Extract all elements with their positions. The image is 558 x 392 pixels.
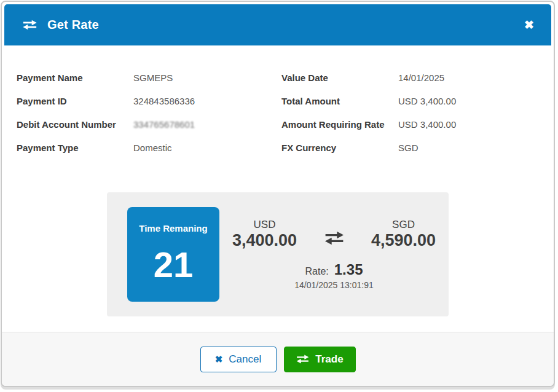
detail-row-debit-account-number: Debit Account Number 334765678601 <box>17 119 274 131</box>
from-amount-block: USD 3,400.00 <box>231 219 299 250</box>
screen: Get Rate ✖ Payment Name SGMEPS Payment I… <box>0 0 558 392</box>
rate-label: Rate: <box>305 266 329 277</box>
trade-button-label: Trade <box>315 353 343 366</box>
detail-row-value-date: Value Date 14/01/2025 <box>281 72 539 84</box>
field-label: Total Amount <box>281 95 398 108</box>
field-label: FX Currency <box>281 142 398 154</box>
field-label: Amount Requiring Rate <box>281 119 398 131</box>
time-remaining-countdown: 21 <box>154 247 194 283</box>
modal-title: Get Rate <box>47 18 99 32</box>
field-label: Debit Account Number <box>17 119 133 131</box>
field-label: Value Date <box>281 72 398 84</box>
cancel-button-label: Cancel <box>229 353 261 366</box>
field-label: Payment Name <box>17 72 133 84</box>
modal-footer: ✖ Cancel Trade <box>2 332 554 386</box>
rate-row: Rate: 1.35 <box>305 261 363 278</box>
time-remaining-tile: Time Remaning 21 <box>127 207 219 302</box>
from-currency-label: USD <box>231 219 299 231</box>
cancel-button[interactable]: ✖ Cancel <box>200 347 277 372</box>
field-value: USD 3,400.00 <box>398 95 456 108</box>
field-value: SGD <box>398 142 418 154</box>
detail-row-total-amount: Total Amount USD 3,400.00 <box>281 95 539 108</box>
to-amount-block: SGD 4,590.00 <box>370 219 438 250</box>
field-value: Domestic <box>133 142 172 154</box>
from-amount-value: 3,400.00 <box>231 231 299 250</box>
field-value: SGMEPS <box>133 72 173 84</box>
get-rate-modal: Get Rate ✖ Payment Name SGMEPS Payment I… <box>1 1 555 387</box>
rate-timestamp: 14/01/2025 13:01:91 <box>294 280 373 290</box>
rate-quote-area: USD 3,400.00 SGD 4,590.00 <box>219 219 449 289</box>
payment-details: Payment Name SGMEPS Payment ID 324843586… <box>2 45 554 165</box>
detail-row-fx-currency: FX Currency SGD <box>281 142 539 154</box>
detail-row-payment-name: Payment Name SGMEPS <box>17 72 274 84</box>
field-label: Payment ID <box>17 95 133 108</box>
details-right-column: Value Date 14/01/2025 Total Amount USD 3… <box>281 72 539 165</box>
swap-arrows-icon <box>22 20 38 30</box>
detail-row-payment-type: Payment Type Domestic <box>17 142 274 154</box>
rate-value: 1.35 <box>334 261 363 278</box>
details-left-column: Payment Name SGMEPS Payment ID 324843586… <box>17 72 274 165</box>
swap-arrows-icon <box>323 231 345 245</box>
detail-row-payment-id: Payment ID 324843586336 <box>17 95 274 108</box>
x-icon: ✖ <box>215 354 223 365</box>
field-value: USD 3,400.00 <box>398 119 456 131</box>
modal-header: Get Rate ✖ <box>4 4 551 45</box>
detail-row-amount-requiring-rate: Amount Requiring Rate USD 3,400.00 <box>281 119 539 131</box>
trade-button[interactable]: Trade <box>284 347 356 372</box>
field-value: 324843586336 <box>133 95 195 108</box>
field-value-masked: 334765678601 <box>133 119 195 131</box>
field-label: Payment Type <box>17 142 133 154</box>
field-value: 14/01/2025 <box>398 72 444 84</box>
to-amount-value: 4,590.00 <box>370 231 438 250</box>
to-currency-label: SGD <box>370 219 438 231</box>
swap-arrows-icon <box>296 355 310 364</box>
time-remaining-label: Time Remaning <box>139 223 207 233</box>
rate-panel: Time Remaning 21 USD 3,400.00 <box>107 192 449 316</box>
close-icon[interactable]: ✖ <box>524 19 534 31</box>
currency-conversion-row: USD 3,400.00 SGD 4,590.00 <box>231 219 438 250</box>
